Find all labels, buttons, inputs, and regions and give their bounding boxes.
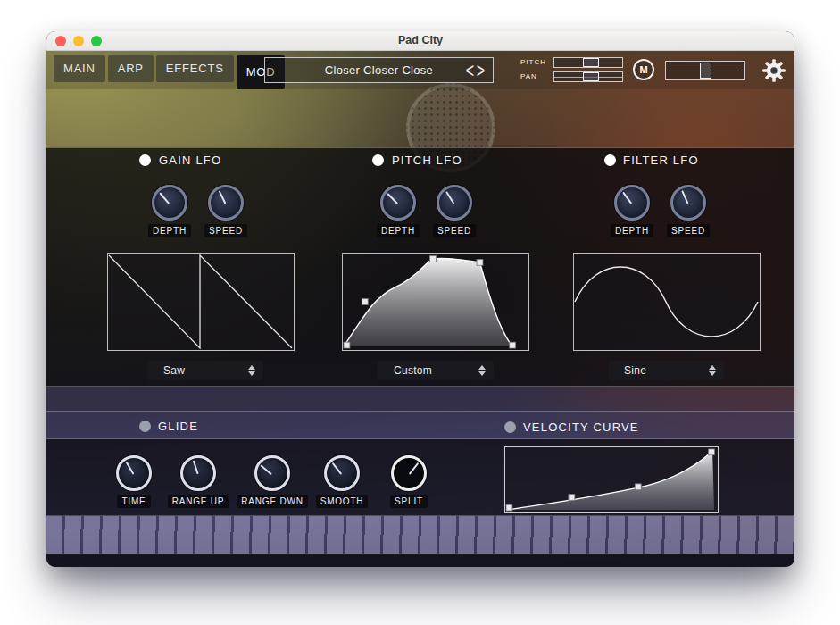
glide-range-up-label: RANGE UP <box>168 495 229 508</box>
stepper-icon <box>478 365 486 376</box>
filter-wave-value: Sine <box>624 364 709 377</box>
curve-handle[interactable] <box>709 449 715 455</box>
glide-toggle[interactable] <box>139 421 151 432</box>
gain-lfo-title: GAIN LFO <box>159 154 221 167</box>
glide-range-dwn-knob[interactable] <box>254 455 290 491</box>
glide-time-knob-group: TIME <box>101 455 167 508</box>
pitch-slider[interactable] <box>553 57 623 68</box>
filter-depth-knob[interactable] <box>614 185 650 221</box>
gain-wave-display <box>107 253 295 351</box>
plugin-window: Pad City MAIN ARP EFFECTS MOD Closer Clo… <box>46 31 794 567</box>
close-button[interactable] <box>55 36 66 46</box>
curve-handle[interactable] <box>344 342 350 348</box>
knob-pointer <box>159 192 170 204</box>
glide-range-up-knob-group: RANGE UP <box>165 455 231 508</box>
pitch-speed-knob-group: SPEED <box>421 185 487 238</box>
window-controls <box>55 36 102 46</box>
pitch-wave-value: Custom <box>394 364 478 377</box>
volume-slider-handle[interactable] <box>700 62 711 79</box>
preset-nav: < > <box>465 58 486 82</box>
minimize-button[interactable] <box>73 36 84 46</box>
window-title: Pad City <box>46 31 794 50</box>
glide-time-knob[interactable] <box>116 455 152 491</box>
knob-pointer <box>387 193 398 204</box>
glide-smooth-knob-group: SMOOTH <box>309 455 375 508</box>
glide-range-dwn-knob-group: RANGE DWN <box>239 455 305 508</box>
gain-wave-select[interactable]: Saw <box>147 361 263 380</box>
filter-speed-knob[interactable] <box>670 185 706 221</box>
curve-handle[interactable] <box>569 495 575 501</box>
velocity-curve-title: VELOCITY CURVE <box>523 421 639 434</box>
tab-bar: MAIN ARP EFFECTS MOD <box>54 55 285 89</box>
knob-pointer <box>332 462 342 475</box>
velocity-curve-display[interactable] <box>504 446 719 513</box>
glide-split-knob-group: SPLIT <box>376 455 442 508</box>
curve-handle[interactable] <box>362 299 368 305</box>
filter-wave-display <box>573 253 761 351</box>
velocity-curve <box>505 447 718 512</box>
plugin-content: MAIN ARP EFFECTS MOD Closer Closer Close… <box>46 51 794 567</box>
glide-smooth-knob[interactable] <box>324 455 360 491</box>
knob-pointer <box>409 462 419 475</box>
curve-handle[interactable] <box>635 484 641 490</box>
custom-waveform <box>343 254 528 350</box>
preset-name: Closer Closer Close <box>265 58 493 82</box>
volume-slider[interactable] <box>665 61 745 80</box>
gain-wave-value: Saw <box>163 364 248 377</box>
settings-button[interactable] <box>760 56 788 85</box>
mono-button[interactable]: M <box>633 59 654 80</box>
saw-waveform <box>108 254 294 350</box>
divider-band <box>46 387 794 411</box>
titlebar: Pad City <box>46 31 794 51</box>
curve-handle[interactable] <box>506 504 512 511</box>
curve-handle[interactable] <box>430 255 437 262</box>
pitch-slider-handle[interactable] <box>583 58 599 67</box>
filter-wave-select[interactable]: Sine <box>608 361 724 380</box>
tab-arp[interactable]: ARP <box>108 55 154 82</box>
pan-slider-handle[interactable] <box>583 72 599 81</box>
gain-lfo-toggle[interactable] <box>139 154 151 166</box>
pitch-speed-knob[interactable] <box>437 185 472 221</box>
pan-slider[interactable] <box>553 71 623 82</box>
glide-time-label: TIME <box>117 495 150 508</box>
glide-range-dwn-label: RANGE DWN <box>237 495 307 508</box>
filter-speed-label: SPEED <box>667 224 710 238</box>
filter-lfo-toggle[interactable] <box>604 154 616 166</box>
gain-speed-knob[interactable] <box>208 185 244 221</box>
velocity-curve-toggle[interactable] <box>504 421 516 433</box>
filter-speed-knob-group: SPEED <box>655 185 721 238</box>
pitch-speed-label: SPEED <box>433 224 476 238</box>
gain-depth-knob[interactable] <box>152 185 187 221</box>
preset-next-button[interactable]: > <box>476 59 486 81</box>
stepper-icon <box>709 365 716 376</box>
footer-band <box>46 554 794 567</box>
glide-split-label: SPLIT <box>390 495 428 508</box>
zoom-button[interactable] <box>91 36 102 46</box>
pitch-lfo-toggle[interactable] <box>372 154 384 166</box>
curve-handle[interactable] <box>510 342 516 348</box>
pitch-lfo-title: PITCH LFO <box>392 154 462 167</box>
knob-pointer <box>260 464 272 475</box>
gear-icon <box>761 58 786 83</box>
pitch-depth-knob[interactable] <box>380 185 416 221</box>
preset-prev-button[interactable]: < <box>465 59 475 81</box>
preset-selector[interactable]: Closer Closer Close < > <box>264 57 494 83</box>
gain-depth-label: DEPTH <box>148 224 191 238</box>
glide-split-knob[interactable] <box>391 455 427 491</box>
pan-label: PAN <box>520 72 553 80</box>
tab-main[interactable]: MAIN <box>54 55 105 82</box>
filter-depth-label: DEPTH <box>611 224 653 238</box>
piano-keys-background <box>46 516 794 554</box>
knob-pointer <box>219 190 227 204</box>
pitch-label: PITCH <box>520 58 553 66</box>
tab-effects[interactable]: EFFECTS <box>156 55 234 82</box>
glide-smooth-label: SMOOTH <box>316 495 369 508</box>
glide-range-up-knob[interactable] <box>180 455 216 491</box>
pitch-wave-select[interactable]: Custom <box>378 361 494 380</box>
stepper-icon <box>248 365 255 376</box>
gain-speed-knob-group: SPEED <box>193 185 259 238</box>
curve-handle[interactable] <box>477 259 483 265</box>
glide-title: GLIDE <box>158 420 198 433</box>
pitch-wave-display[interactable] <box>342 253 529 351</box>
sine-waveform <box>574 254 760 350</box>
